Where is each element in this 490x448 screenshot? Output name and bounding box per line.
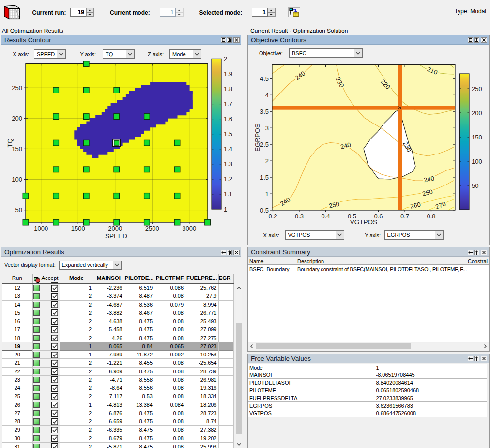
svg-text:1.3: 1.3 [224, 160, 232, 168]
svg-text:250: 250 [12, 84, 22, 92]
svg-text:4.5: 4.5 [260, 75, 269, 82]
svg-text:0.3: 0.3 [295, 213, 304, 220]
svg-text:1: 1 [224, 206, 227, 213]
svg-text:1.9: 1.9 [224, 70, 232, 77]
svg-text:100: 100 [12, 176, 22, 183]
svg-text:0.8: 0.8 [427, 213, 435, 220]
svg-text:1.8: 1.8 [224, 85, 232, 93]
svg-text:TQ: TQ [6, 139, 14, 148]
svg-text:50: 50 [15, 206, 22, 214]
svg-text:0.7: 0.7 [400, 213, 409, 220]
svg-text:0.5: 0.5 [260, 207, 269, 214]
svg-text:1.4: 1.4 [224, 145, 232, 153]
svg-text:1: 1 [265, 190, 269, 198]
svg-text:1000: 1000 [34, 225, 48, 232]
svg-text:2500: 2500 [145, 225, 159, 232]
svg-text:EGRPOS: EGRPOS [254, 124, 261, 152]
svg-text:250: 250 [472, 85, 482, 93]
svg-text:1.5: 1.5 [224, 130, 232, 138]
svg-text:1.2: 1.2 [224, 175, 232, 183]
svg-text:150: 150 [472, 134, 482, 141]
svg-text:1500: 1500 [71, 225, 85, 232]
svg-text:3: 3 [265, 124, 269, 132]
svg-text:50: 50 [472, 182, 478, 189]
svg-text:VGTPOS: VGTPOS [350, 218, 377, 226]
svg-text:1.1: 1.1 [224, 190, 232, 198]
svg-text:200: 200 [12, 115, 22, 122]
svg-text:1.5: 1.5 [260, 174, 269, 181]
svg-text:200: 200 [472, 109, 482, 117]
svg-text:100: 100 [472, 158, 482, 165]
svg-text:2.5: 2.5 [260, 141, 269, 148]
svg-text:0.2: 0.2 [268, 213, 277, 220]
svg-text:2000: 2000 [108, 225, 122, 232]
svg-text:SPEED: SPEED [105, 232, 127, 240]
svg-text:0.4: 0.4 [321, 213, 330, 220]
svg-text:2: 2 [265, 157, 269, 165]
svg-text:1.7: 1.7 [224, 100, 232, 108]
svg-text:1.6: 1.6 [224, 115, 232, 123]
svg-text:3.5: 3.5 [260, 108, 269, 115]
svg-text:2: 2 [224, 55, 227, 62]
svg-text:4: 4 [265, 92, 269, 99]
svg-text:3000: 3000 [182, 225, 196, 232]
